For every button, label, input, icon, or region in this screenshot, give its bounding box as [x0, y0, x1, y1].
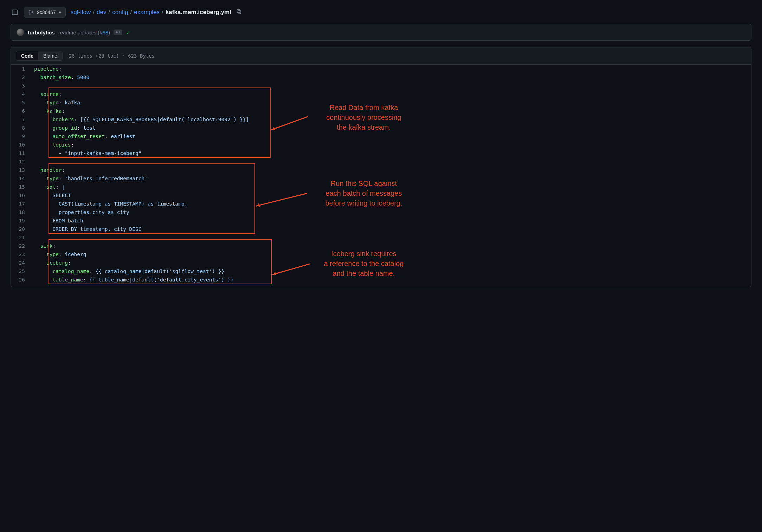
code-line[interactable]: 13 handler: — [11, 166, 751, 174]
line-code: sink: — [33, 242, 56, 250]
more-commit-icon[interactable]: ••• — [114, 30, 122, 35]
svg-rect-6 — [237, 9, 240, 13]
topbar: 9c36467 ▾ sql-flow / dev / config / exam… — [11, 7, 751, 18]
line-code: table_name: {{ table_name|default('defau… — [33, 275, 233, 284]
copy-path-icon[interactable] — [236, 9, 242, 16]
line-number[interactable]: 19 — [11, 216, 33, 225]
breadcrumb-repo[interactable]: sql-flow — [71, 9, 91, 16]
line-number[interactable]: 1 — [11, 65, 33, 73]
breadcrumb: sql-flow / dev / config / examples / kaf… — [71, 9, 242, 16]
line-code: topics: — [33, 141, 74, 149]
chevron-down-icon: ▾ — [59, 9, 61, 15]
code-line[interactable]: 19 FROM batch — [11, 216, 751, 225]
line-code: pipeline: — [33, 65, 62, 73]
line-number[interactable]: 22 — [11, 242, 33, 250]
line-code: FROM batch — [33, 216, 83, 225]
line-number[interactable]: 15 — [11, 183, 33, 191]
breadcrumb-filename: kafka.mem.iceberg.yml — [166, 9, 231, 16]
tab-blame[interactable]: Blame — [38, 51, 62, 60]
code-line[interactable]: 21 — [11, 233, 751, 242]
annotation-text-source: Read Data from kafka continuously proces… — [306, 103, 422, 132]
line-number[interactable]: 9 — [11, 132, 33, 141]
git-branch-icon — [28, 9, 34, 15]
code-line[interactable]: 2 batch_size: 5000 — [11, 73, 751, 82]
avatar[interactable] — [17, 28, 24, 36]
line-number[interactable]: 13 — [11, 166, 33, 174]
side-panel-icon[interactable] — [11, 8, 19, 17]
line-number[interactable]: 11 — [11, 149, 33, 157]
code-line[interactable]: 12 — [11, 157, 751, 166]
line-number[interactable]: 7 — [11, 115, 33, 124]
line-number[interactable]: 10 — [11, 141, 33, 149]
line-number[interactable]: 5 — [11, 98, 33, 107]
line-number[interactable]: 3 — [11, 82, 33, 90]
tab-code[interactable]: Code — [16, 51, 38, 60]
code-line[interactable]: 10 topics: — [11, 141, 751, 149]
svg-rect-0 — [12, 10, 18, 15]
line-code — [33, 233, 37, 242]
breadcrumb-part-0[interactable]: dev — [97, 9, 106, 16]
pr-link[interactable]: #68 — [99, 30, 108, 35]
line-code: group_id: test — [33, 124, 96, 132]
commit-author[interactable]: turbolytics — [28, 30, 55, 35]
code-line[interactable]: 20 ORDER BY timestamp, city DESC — [11, 225, 751, 233]
line-number[interactable]: 14 — [11, 174, 33, 183]
code-line[interactable]: 11 - "input-kafka-mem-iceberg" — [11, 149, 751, 157]
breadcrumb-part-1[interactable]: config — [112, 9, 128, 16]
line-code — [33, 157, 37, 166]
file-header: Code Blame 26 lines (23 loc) · 623 Bytes — [11, 47, 751, 65]
line-code: iceberg: — [33, 259, 71, 267]
line-number[interactable]: 12 — [11, 157, 33, 166]
latest-commit-bar[interactable]: turbolytics readme updates (#68) ••• ✓ — [11, 24, 751, 41]
code-line[interactable]: 9 auto_offset_reset: earliest — [11, 132, 751, 141]
line-code: catalog_name: {{ catalog_name|default('s… — [33, 267, 224, 275]
line-number[interactable]: 26 — [11, 275, 33, 284]
line-number[interactable]: 25 — [11, 267, 33, 275]
commit-message[interactable]: readme updates (#68) — [58, 30, 110, 35]
svg-point-4 — [32, 11, 33, 12]
line-code: ORDER BY timestamp, city DESC — [33, 225, 142, 233]
branch-selector[interactable]: 9c36467 ▾ — [24, 7, 66, 18]
code-line[interactable]: 3 — [11, 82, 751, 90]
line-code: type: kafka — [33, 98, 80, 107]
line-number[interactable]: 8 — [11, 124, 33, 132]
line-number[interactable]: 23 — [11, 250, 33, 259]
code-line[interactable]: 1pipeline: — [11, 65, 751, 73]
line-code: source: — [33, 90, 62, 98]
annotation-text-handler: Run this SQL against each batch of messa… — [306, 179, 422, 208]
line-number[interactable]: 2 — [11, 73, 33, 82]
line-number[interactable]: 6 — [11, 107, 33, 115]
line-code — [33, 82, 37, 90]
line-code: SELECT — [33, 191, 71, 200]
line-code: type: iceberg — [33, 250, 86, 259]
line-number[interactable]: 20 — [11, 225, 33, 233]
line-code: properties.city as city — [33, 208, 129, 216]
line-code: batch_size: 5000 — [33, 73, 89, 82]
line-number[interactable]: 16 — [11, 191, 33, 200]
line-code: sql: | — [33, 183, 65, 191]
line-number[interactable]: 21 — [11, 233, 33, 242]
branch-name: 9c36467 — [37, 9, 56, 15]
line-number[interactable]: 17 — [11, 200, 33, 208]
file-info: 26 lines (23 loc) · 623 Bytes — [69, 53, 155, 59]
svg-point-3 — [29, 13, 31, 15]
line-number[interactable]: 24 — [11, 259, 33, 267]
line-code: kafka: — [33, 107, 65, 115]
code-line[interactable]: 18 properties.city as city — [11, 208, 751, 216]
check-icon[interactable]: ✓ — [126, 29, 130, 36]
view-toggle: Code Blame — [16, 51, 63, 61]
annotation-text-sink: Iceberg sink requires a reference to the… — [306, 249, 422, 278]
svg-rect-5 — [238, 11, 241, 14]
line-code: CAST(timestamp as TIMESTAMP) as timestam… — [33, 200, 188, 208]
breadcrumb-part-2[interactable]: examples — [134, 9, 160, 16]
svg-point-2 — [29, 10, 31, 11]
line-code: brokers: [{{ SQLFLOW_KAFKA_BROKERS|defau… — [33, 115, 249, 124]
line-number[interactable]: 4 — [11, 90, 33, 98]
line-code: handler: — [33, 166, 65, 174]
line-code: auto_offset_reset: earliest — [33, 132, 135, 141]
line-code: type: 'handlers.InferredMemBatch' — [33, 174, 148, 183]
line-code: - "input-kafka-mem-iceberg" — [33, 149, 142, 157]
code-line[interactable]: 4 source: — [11, 90, 751, 98]
line-number[interactable]: 18 — [11, 208, 33, 216]
